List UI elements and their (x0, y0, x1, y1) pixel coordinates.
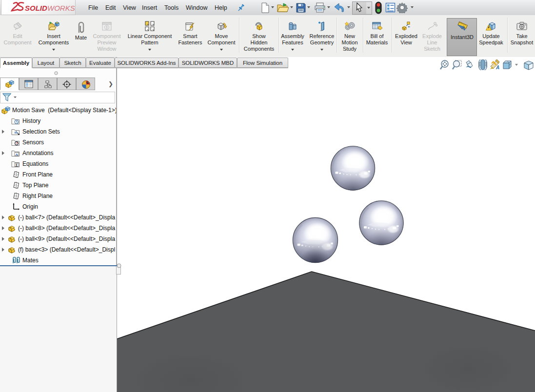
svg-text:SOLID: SOLID (25, 4, 47, 12)
svg-text:A: A (15, 153, 18, 157)
svg-text:WORKS: WORKS (47, 4, 75, 12)
svg-text:Σ: Σ (16, 163, 18, 167)
